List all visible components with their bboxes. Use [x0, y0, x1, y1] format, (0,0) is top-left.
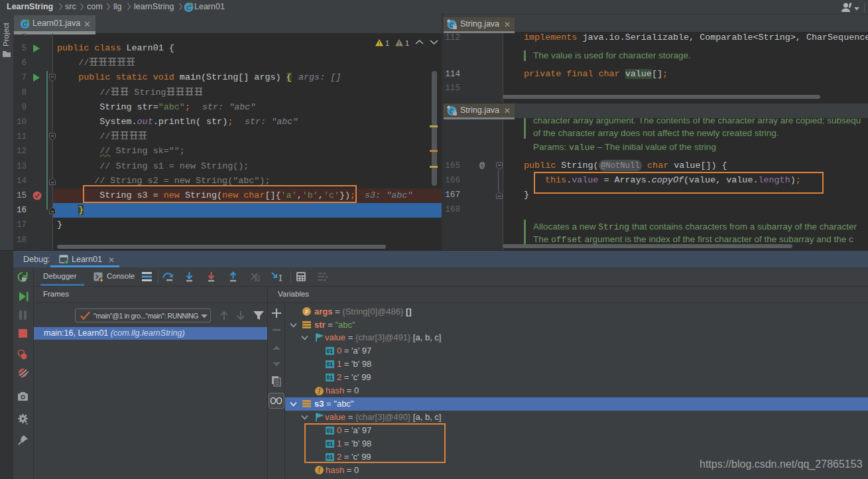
svg-text:1: 1	[385, 39, 389, 47]
svg-text:1: 1	[405, 39, 409, 47]
